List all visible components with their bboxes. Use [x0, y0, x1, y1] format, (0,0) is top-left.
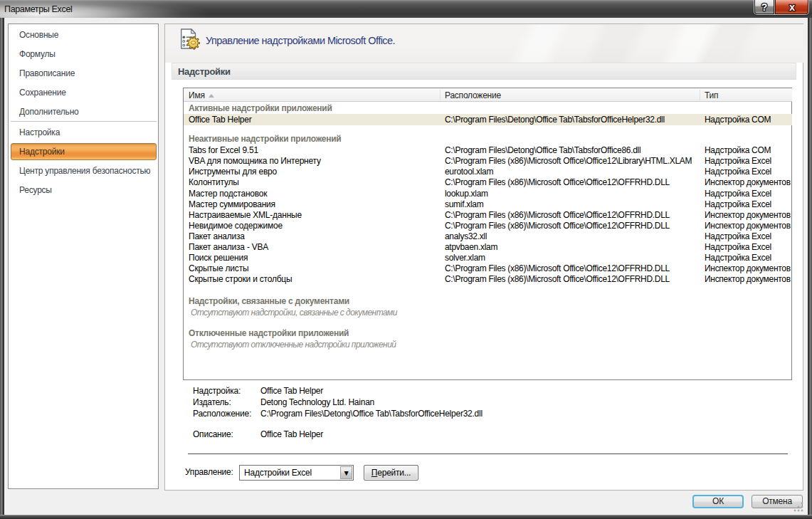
svg-text:x: x: [789, 1, 795, 13]
svg-text:?: ?: [761, 1, 767, 13]
